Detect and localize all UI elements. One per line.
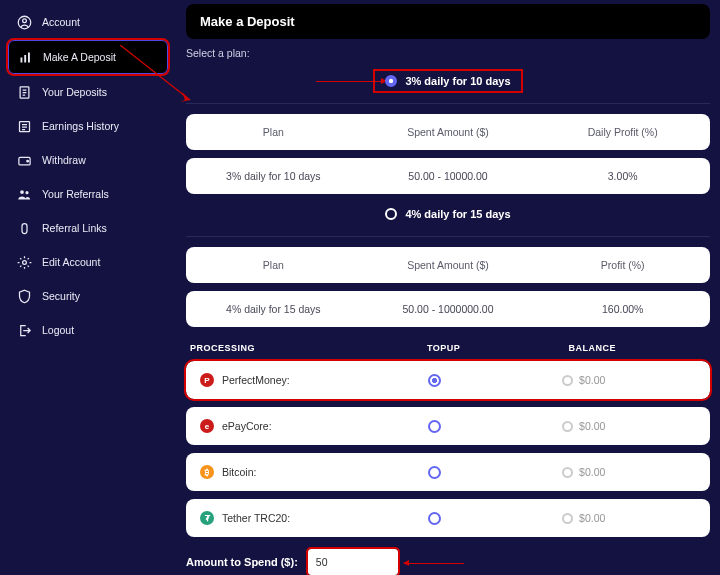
sidebar-item-edit-account[interactable]: Edit Account xyxy=(8,246,168,278)
sidebar-item-earnings-history[interactable]: Earnings History xyxy=(8,110,168,142)
page-title: Make a Deposit xyxy=(186,4,710,39)
sidebar: Account Make A Deposit Your Deposits Ear… xyxy=(0,0,176,575)
sidebar-item-label: Account xyxy=(42,16,80,28)
plan-selector-1: 3% daily for 10 days xyxy=(186,71,710,91)
col-spent: Spent Amount ($) xyxy=(361,126,536,138)
svg-rect-11 xyxy=(22,223,27,233)
list-icon xyxy=(16,118,32,134)
svg-rect-2 xyxy=(20,57,22,62)
annotation-arrow xyxy=(404,563,464,564)
epaycore-icon: e xyxy=(200,419,214,433)
sidebar-item-label: Security xyxy=(42,290,80,302)
cell-plan: 4% daily for 15 days xyxy=(186,303,361,315)
chart-icon xyxy=(17,49,33,65)
user-circle-icon xyxy=(16,14,32,30)
svg-point-8 xyxy=(26,160,28,162)
col-plan: Plan xyxy=(186,126,361,138)
svg-point-10 xyxy=(25,191,28,194)
topup-radio[interactable] xyxy=(428,374,441,387)
processor-name: PerfectMoney: xyxy=(222,374,290,386)
cell-spent: 50.00 - 1000000.00 xyxy=(361,303,536,315)
topup-radio[interactable] xyxy=(428,512,441,525)
sidebar-item-label: Your Referrals xyxy=(42,188,109,200)
sidebar-item-label: Make A Deposit xyxy=(43,51,116,63)
svg-point-12 xyxy=(22,260,26,264)
sidebar-item-withdraw[interactable]: Withdraw xyxy=(8,144,168,176)
col-plan: Plan xyxy=(186,259,361,271)
header-topup: TOPUP xyxy=(427,343,568,353)
plan2-data-row: 4% daily for 15 days 50.00 - 1000000.00 … xyxy=(186,291,710,327)
plan1-header-row: Plan Spent Amount ($) Daily Profit (%) xyxy=(186,114,710,150)
plan1-data-row: 3% daily for 10 days 50.00 - 10000.00 3.… xyxy=(186,158,710,194)
balance-radio[interactable] xyxy=(562,375,573,386)
shield-icon xyxy=(16,288,32,304)
svg-point-9 xyxy=(20,190,24,194)
sidebar-item-label: Referral Links xyxy=(42,222,107,234)
document-icon xyxy=(16,84,32,100)
col-profit: Profit (%) xyxy=(535,259,710,271)
col-spent: Spent Amount ($) xyxy=(361,259,536,271)
sidebar-item-security[interactable]: Security xyxy=(8,280,168,312)
balance-radio[interactable] xyxy=(562,467,573,478)
processor-name: Bitcoin: xyxy=(222,466,256,478)
plan-radio-2[interactable]: 4% daily for 15 days xyxy=(375,204,520,224)
header-processing: PROCESSING xyxy=(186,343,427,353)
balance-radio[interactable] xyxy=(562,513,573,524)
plan-label: 3% daily for 10 days xyxy=(405,75,510,87)
processing-headers: PROCESSING TOPUP BALANCE xyxy=(186,343,710,353)
sidebar-item-logout[interactable]: Logout xyxy=(8,314,168,346)
sidebar-item-label: Your Deposits xyxy=(42,86,107,98)
radio-icon xyxy=(385,75,397,87)
main-content: Make a Deposit Select a plan: 3% daily f… xyxy=(176,0,720,575)
processor-perfectmoney[interactable]: P PerfectMoney: $0.00 xyxy=(186,361,710,399)
plan2-header-row: Plan Spent Amount ($) Profit (%) xyxy=(186,247,710,283)
topup-radio[interactable] xyxy=(428,420,441,433)
link-icon xyxy=(16,220,32,236)
plan-label: 4% daily for 15 days xyxy=(405,208,510,220)
amount-label: Amount to Spend ($): xyxy=(186,556,298,568)
tether-icon: ₮ xyxy=(200,511,214,525)
divider xyxy=(186,236,710,237)
sidebar-item-label: Earnings History xyxy=(42,120,119,132)
topup-radio[interactable] xyxy=(428,466,441,479)
col-profit: Daily Profit (%) xyxy=(535,126,710,138)
radio-icon xyxy=(385,208,397,220)
divider xyxy=(186,103,710,104)
balance-value: $0.00 xyxy=(579,374,605,386)
sidebar-item-label: Logout xyxy=(42,324,74,336)
header-balance: BALANCE xyxy=(569,343,710,353)
balance-radio[interactable] xyxy=(562,421,573,432)
amount-row: Amount to Spend ($): xyxy=(186,549,710,575)
amount-input[interactable] xyxy=(308,549,398,575)
processor-bitcoin[interactable]: ₿ Bitcoin: $0.00 xyxy=(186,453,710,491)
balance-value: $0.00 xyxy=(579,512,605,524)
cell-spent: 50.00 - 10000.00 xyxy=(361,170,536,182)
plan-selector-2: 4% daily for 15 days xyxy=(186,204,710,224)
cell-plan: 3% daily for 10 days xyxy=(186,170,361,182)
plan-radio-1[interactable]: 3% daily for 10 days xyxy=(375,71,520,91)
gear-icon xyxy=(16,254,32,270)
perfectmoney-icon: P xyxy=(200,373,214,387)
sidebar-item-label: Edit Account xyxy=(42,256,100,268)
sidebar-item-make-deposit[interactable]: Make A Deposit xyxy=(8,40,168,74)
sidebar-item-your-deposits[interactable]: Your Deposits xyxy=(8,76,168,108)
svg-rect-4 xyxy=(28,52,30,62)
sidebar-item-account[interactable]: Account xyxy=(8,6,168,38)
svg-point-1 xyxy=(22,18,26,22)
sidebar-item-your-referrals[interactable]: Your Referrals xyxy=(8,178,168,210)
cell-profit: 160.00% xyxy=(535,303,710,315)
annotation-arrow xyxy=(316,81,386,82)
processor-epaycore[interactable]: e ePayCore: $0.00 xyxy=(186,407,710,445)
users-icon xyxy=(16,186,32,202)
wallet-icon xyxy=(16,152,32,168)
svg-rect-3 xyxy=(24,55,26,63)
select-plan-label: Select a plan: xyxy=(186,47,710,59)
balance-value: $0.00 xyxy=(579,420,605,432)
processor-name: ePayCore: xyxy=(222,420,272,432)
processor-tether[interactable]: ₮ Tether TRC20: $0.00 xyxy=(186,499,710,537)
sidebar-item-referral-links[interactable]: Referral Links xyxy=(8,212,168,244)
bitcoin-icon: ₿ xyxy=(200,465,214,479)
cell-profit: 3.00% xyxy=(535,170,710,182)
sidebar-item-label: Withdraw xyxy=(42,154,86,166)
balance-value: $0.00 xyxy=(579,466,605,478)
